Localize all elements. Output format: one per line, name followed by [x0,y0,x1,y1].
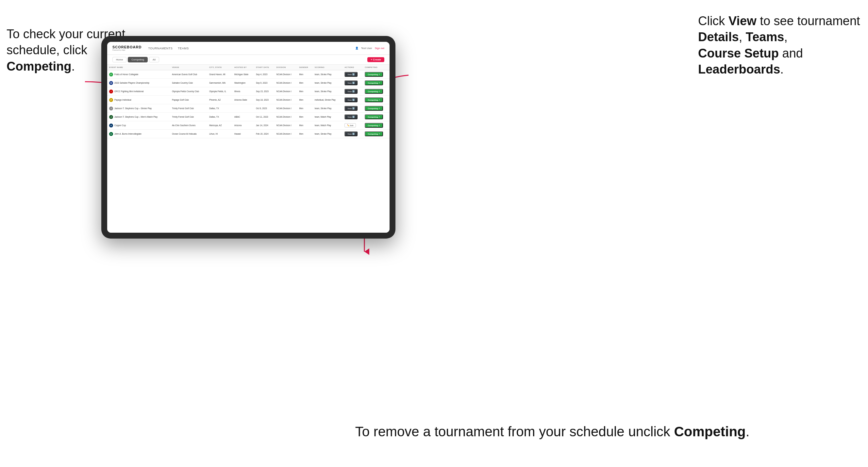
event-name-text: Jackson T. Stephens Cup – Men's Match Pl… [114,116,157,118]
col-start-date: START DATE [254,65,275,70]
venue-cell: Sahalee Country Club [170,79,207,87]
start-date-cell: Oct 9, 2023 [254,104,275,113]
view-button[interactable]: View ℹ️ [344,81,358,85]
competing-button[interactable]: Competing ✓ [365,89,383,94]
competing-button[interactable]: Competing ✓ [365,97,383,102]
division-cell: NCAA Division I [275,130,298,138]
actions-cell: ✏️ Edit [342,121,363,130]
scoring-cell: team, Match Play [313,121,342,130]
event-name-text: OFCC Fighting Illini Invitational [114,90,144,92]
competing-cell: Competing ✓ [363,79,390,87]
gender-cell: Men [297,87,312,96]
scoring-cell: team, Stroke Play [313,79,342,87]
col-scoring: SCORING [313,65,342,70]
nav-bar: SCOREBOARD Powered by clippi TOURNAMENTS… [107,42,390,55]
start-date-cell: Sep 15, 2023 [254,87,275,96]
event-name-container: A Copper Cup [109,124,168,127]
competing-button[interactable]: Competing ✓ [365,114,383,119]
nav-tournaments[interactable]: TOURNAMENTS [148,47,173,50]
table-row: P Papago Individual Papago Golf ClubPhoe… [107,96,390,104]
event-name-container: F Folds of Honor Collegiate [109,72,168,76]
venue-cell: Papago Golf Club [170,96,207,104]
scoreboard-logo: SCOREBOARD Powered by clippi [113,45,142,51]
nav-links: TOURNAMENTS TEAMS [148,47,355,50]
event-name-text: Papago Individual [114,99,131,101]
start-date-cell: Jan 14, 2024 [254,121,275,130]
create-button[interactable]: + Create [367,57,384,62]
table-body: F Folds of Honor Collegiate American Dun… [107,70,390,138]
team-logo: J [109,106,113,111]
gender-cell: Men [297,104,312,113]
competing-button[interactable]: Competing ✓ [365,72,383,77]
division-cell: NCAA Division I [275,113,298,121]
event-name-container: P Papago Individual [109,98,168,102]
hosted-by-cell: ABAC [232,113,254,121]
venue-cell: Ocean Course At Hokuala [170,130,207,138]
venue-cell: American Dunes Golf Club [170,70,207,79]
start-date-cell: Sep 9, 2023 [254,79,275,87]
event-name-text: Folds of Honor Collegiate [114,73,138,75]
view-button[interactable]: View ℹ️ [344,72,358,77]
hosted-by-cell: Illinois [232,87,254,96]
competing-button[interactable]: Competing ✓ [365,123,383,128]
hosted-by-cell [232,104,254,113]
team-logo: F [109,72,113,76]
venue-cell: Trinity Forest Golf Club [170,104,207,113]
view-button[interactable]: View ℹ️ [344,106,358,111]
actions-cell: View ℹ️ [342,70,363,79]
city-state-cell: Olympia Fields, IL [207,87,232,96]
hosted-by-cell: Washington [232,79,254,87]
left-annotation-bold: Competing [6,60,71,73]
city-state-cell: Dallas, TX [207,113,232,121]
scoring-cell: team, Match Play [313,113,342,121]
view-button[interactable]: View ℹ️ [344,89,358,94]
competing-cell: Competing ✓ [363,70,390,79]
right-annotation: Click View to see tournament Details, Te… [698,13,862,78]
team-logo: J [109,115,113,119]
city-state-cell: Dallas, TX [207,104,232,113]
competing-button[interactable]: Competing ✓ [365,106,383,111]
tab-all[interactable]: All [149,57,159,62]
competing-cell: Competing ✓ [363,87,390,96]
team-logo: P [109,98,113,102]
bottom-bold: Competing [674,424,745,439]
sub-nav: Home Competing All + Create [107,55,390,65]
competing-cell: Competing ✓ [363,121,390,130]
scoring-cell: team, Stroke Play [313,70,342,79]
competing-cell: Competing ✓ [363,113,390,121]
nav-teams[interactable]: TEAMS [178,47,189,50]
table-row: H John A. Burns Intercollegiate Ocean Co… [107,130,390,138]
tab-competing[interactable]: Competing [128,57,148,62]
city-state-cell: Grand Haven, MI [207,70,232,79]
city-state-cell: Sammamish, WA [207,79,232,87]
city-state-cell: Phoenix, AZ [207,96,232,104]
tournaments-table: EVENT NAME VENUE CITY, STATE HOSTED BY S… [107,65,390,138]
view-button[interactable]: View ℹ️ [344,97,358,102]
event-name-cell: P Papago Individual [107,96,170,104]
competing-button[interactable]: Competing ✓ [365,131,383,136]
event-name-container: J Jackson T. Stephens Cup – Men's Match … [109,115,168,119]
right-leaderboards-bold: Leaderboards [698,62,780,76]
table-row: I OFCC Fighting Illini Invitational Olym… [107,87,390,96]
view-button[interactable]: View ℹ️ [344,131,358,136]
sign-out-link[interactable]: Sign out [375,47,384,50]
actions-cell: View ℹ️ [342,87,363,96]
competing-button[interactable]: Competing ✓ [365,81,383,85]
actions-cell: View ℹ️ [342,104,363,113]
col-event-name: EVENT NAME [107,65,170,70]
col-division: DIVISION [275,65,298,70]
user-icon: 👤 [355,47,359,50]
view-button[interactable]: View ℹ️ [344,114,358,119]
edit-button[interactable]: ✏️ Edit [344,123,356,127]
table-container: EVENT NAME VENUE CITY, STATE HOSTED BY S… [107,65,390,233]
event-name-text: John A. Burns Intercollegiate [114,133,142,135]
left-annotation-period: . [71,60,75,73]
tab-home[interactable]: Home [113,57,126,62]
division-cell: NCAA Division I [275,104,298,113]
right-details-bold: Details [698,30,739,44]
city-state-cell: Lihue, HI [207,130,232,138]
gender-cell: Men [297,70,312,79]
hosted-by-cell: Arizona [232,121,254,130]
bottom-annotation: To remove a tournament from your schedul… [355,423,750,441]
table-header: EVENT NAME VENUE CITY, STATE HOSTED BY S… [107,65,390,70]
